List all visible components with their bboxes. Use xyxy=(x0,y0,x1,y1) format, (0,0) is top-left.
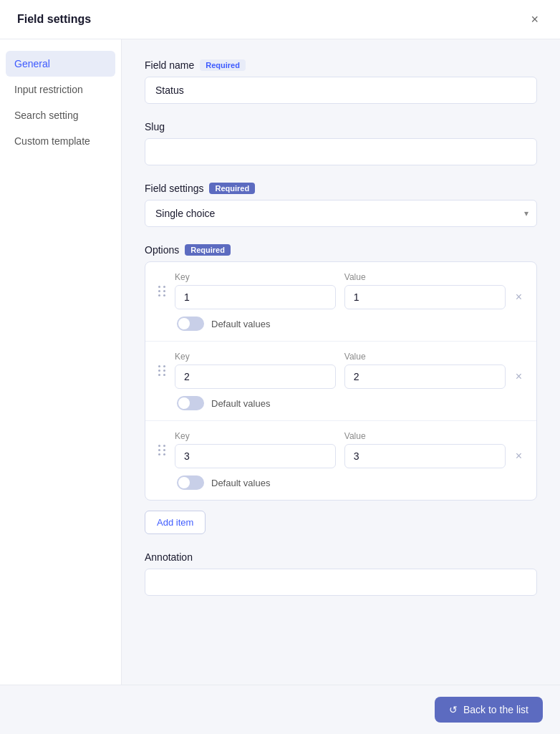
field-settings-select-wrapper: Single choice Multiple choice Text Numbe… xyxy=(145,200,537,227)
annotation-input[interactable] xyxy=(145,569,537,596)
value-label-1: Value xyxy=(344,272,506,282)
value-label-3: Value xyxy=(344,431,506,441)
default-values-row-3: Default values xyxy=(157,475,525,490)
field-settings-section: Field settings Required Single choice Mu… xyxy=(145,183,537,227)
slug-section: Slug xyxy=(145,121,537,165)
options-container: Key Value × xyxy=(145,261,537,501)
option-row-3: Key Value × xyxy=(145,421,536,500)
value-input-1[interactable] xyxy=(344,285,506,309)
key-input-3[interactable] xyxy=(175,444,336,468)
key-label-3: Key xyxy=(175,431,336,441)
option-row-1-top: Key Value × xyxy=(157,272,525,309)
field-name-label: Field name Required xyxy=(145,59,537,71)
kv-group-2: Key Value xyxy=(175,352,506,389)
default-label-3: Default values xyxy=(211,478,270,488)
key-field-3: Key xyxy=(175,431,336,468)
sidebar-item-general[interactable]: General xyxy=(6,51,115,77)
back-to-list-button[interactable]: ↺ Back to the list xyxy=(435,697,543,723)
options-label: Options Required xyxy=(145,244,537,256)
default-toggle-3[interactable] xyxy=(177,475,204,490)
default-label-2: Default values xyxy=(211,398,270,409)
field-settings-select[interactable]: Single choice Multiple choice Text Numbe… xyxy=(145,200,537,227)
field-name-section: Field name Required xyxy=(145,59,537,104)
toggle-slider-2 xyxy=(177,396,204,410)
key-input-1[interactable] xyxy=(175,285,336,309)
remove-button-1[interactable]: × xyxy=(513,289,525,306)
value-input-2[interactable] xyxy=(344,364,506,389)
modal-header: Field settings × xyxy=(0,0,560,39)
default-values-row-1: Default values xyxy=(157,317,525,331)
drag-handle-3[interactable] xyxy=(157,443,168,457)
modal-body: General Input restriction Search setting… xyxy=(0,39,560,685)
field-name-badge: Required xyxy=(200,59,246,71)
add-item-button[interactable]: Add item xyxy=(145,511,206,534)
remove-button-2[interactable]: × xyxy=(513,368,525,385)
option-row-3-top: Key Value × xyxy=(157,431,525,468)
key-input-2[interactable] xyxy=(175,364,336,389)
default-label-1: Default values xyxy=(211,319,270,329)
kv-group-1: Key Value xyxy=(175,272,506,309)
annotation-label: Annotation xyxy=(145,551,537,563)
sidebar-item-input-restriction[interactable]: Input restriction xyxy=(0,77,121,102)
value-field-3: Value xyxy=(344,431,506,468)
key-label-2: Key xyxy=(175,352,336,362)
modal-title: Field settings xyxy=(17,13,91,26)
key-label-1: Key xyxy=(175,272,336,282)
close-button[interactable]: × xyxy=(526,11,543,27)
kv-group-3: Key Value xyxy=(175,431,506,468)
value-label-2: Value xyxy=(344,352,506,362)
toggle-slider-3 xyxy=(177,475,204,490)
back-label: Back to the list xyxy=(463,704,528,715)
option-row-2: Key Value × xyxy=(145,342,536,421)
key-field-2: Key xyxy=(175,352,336,389)
footer: ↺ Back to the list xyxy=(0,685,560,734)
field-settings-label: Field settings Required xyxy=(145,183,537,194)
sidebar-item-custom-template[interactable]: Custom template xyxy=(0,128,121,154)
option-row-1: Key Value × xyxy=(145,262,536,342)
sidebar-item-search-setting[interactable]: Search setting xyxy=(0,102,121,128)
slug-label: Slug xyxy=(145,121,537,132)
value-input-3[interactable] xyxy=(344,444,506,468)
options-section: Options Required Key xyxy=(145,244,537,534)
remove-button-3[interactable]: × xyxy=(513,448,525,465)
drag-handle-2[interactable] xyxy=(157,364,168,377)
back-icon: ↺ xyxy=(449,704,458,715)
slug-input[interactable] xyxy=(145,138,537,165)
field-name-input[interactable] xyxy=(145,77,537,104)
option-row-2-top: Key Value × xyxy=(157,352,525,389)
field-settings-badge: Required xyxy=(209,183,255,194)
sidebar: General Input restriction Search setting… xyxy=(0,39,122,685)
drag-handle-1[interactable] xyxy=(157,284,168,298)
default-toggle-1[interactable] xyxy=(177,317,204,331)
default-toggle-2[interactable] xyxy=(177,396,204,410)
key-field-1: Key xyxy=(175,272,336,309)
annotation-section: Annotation xyxy=(145,551,537,596)
toggle-slider-1 xyxy=(177,317,204,331)
value-field-1: Value xyxy=(344,272,506,309)
default-values-row-2: Default values xyxy=(157,396,525,410)
content-area: Field name Required Slug Field settings … xyxy=(122,39,560,685)
options-badge: Required xyxy=(185,244,231,256)
value-field-2: Value xyxy=(344,352,506,389)
